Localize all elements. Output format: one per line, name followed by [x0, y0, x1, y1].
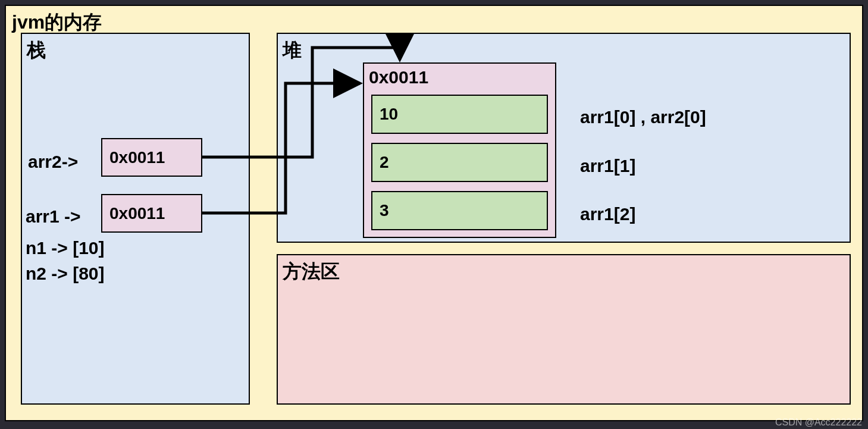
arr2-label: arr2-> [28, 152, 78, 172]
array-cell-2: 3 [371, 191, 548, 230]
array-cell-1: 2 [371, 143, 548, 182]
annotation-index-2: arr1[2] [580, 204, 635, 224]
method-area-region: 方法区 [277, 254, 851, 405]
annotation-index-0: arr1[0] , arr2[0] [580, 107, 706, 127]
array-cell-0: 10 [371, 95, 548, 134]
heap-object-address: 0x0011 [369, 67, 428, 87]
arr2-ref-box: 0x0011 [101, 138, 202, 177]
n1-label: n1 -> [10] [26, 238, 105, 258]
stack-title: 栈 [27, 37, 46, 64]
arr1-label: arr1 -> [26, 206, 81, 227]
n2-label: n2 -> [80] [26, 264, 105, 284]
watermark: CSDN @Acc222222 [775, 417, 862, 428]
heap-object: 0x0011 10 2 3 [363, 62, 556, 238]
arr1-ref-value: 0x0011 [109, 204, 165, 223]
heap-title: 堆 [283, 37, 302, 64]
arr2-ref-value: 0x0011 [109, 148, 165, 167]
method-area-title: 方法区 [283, 259, 340, 285]
annotation-index-1: arr1[1] [580, 156, 635, 176]
arr1-ref-box: 0x0011 [101, 194, 202, 233]
diagram-title: jvm的内存 [12, 10, 102, 36]
